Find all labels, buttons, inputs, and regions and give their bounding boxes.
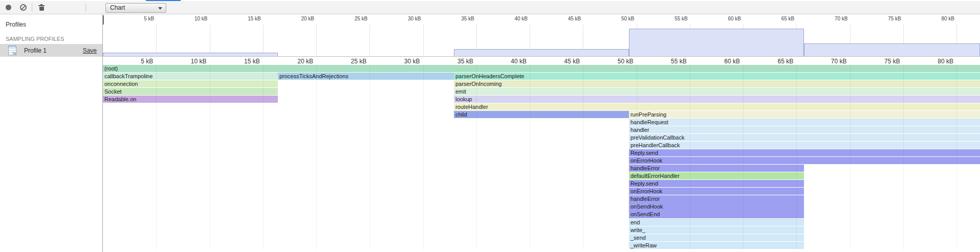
ruler-tick-label: 55 kB [641, 58, 687, 65]
ruler-tick-label: 35 kB [427, 58, 473, 65]
ruler-tick-label: 15 kB [214, 58, 260, 65]
overview-area-step [629, 29, 804, 56]
flame-frame[interactable]: defaultErrorHandler [629, 172, 804, 179]
flame-frame[interactable]: Socket [103, 88, 278, 95]
ruler-tick-label: 30 kB [374, 58, 420, 65]
gridline [369, 25, 370, 56]
overview-area-step [103, 53, 278, 56]
flame-frame[interactable]: handleRequest [629, 119, 980, 126]
flame-frame[interactable]: processTicksAndRejections [278, 73, 454, 80]
flame-frame[interactable]: child [454, 111, 629, 118]
ruler-tick-label: 20 kB [267, 58, 313, 65]
view-select-dropdown[interactable]: Chart [105, 3, 166, 13]
flame-frame[interactable]: parserOnIncoming [454, 80, 980, 87]
flame-frame[interactable]: routeHandler [454, 103, 980, 110]
ruler-tick-label: 10 kB [167, 16, 208, 21]
ruler-tick-label: 40 kB [487, 16, 528, 21]
sidebar-heading: Profiles [6, 21, 26, 28]
ruler-tick-label: 80 kB [907, 58, 953, 65]
ruler-tick-label: 10 kB [161, 58, 207, 65]
flame-frame[interactable]: Reply.send [629, 180, 804, 187]
flame-frame[interactable]: callbackTrampoline [103, 73, 278, 80]
view-select-value: Chart [110, 4, 125, 11]
flame-frame[interactable]: onSendEnd [629, 211, 804, 218]
gridline [423, 64, 424, 250]
flame-frame[interactable]: _send [629, 234, 804, 241]
ruler-tick-label: 25 kB [326, 16, 367, 21]
ruler-tick-label: 55 kB [647, 16, 688, 21]
ruler-tick-label: 60 kB [700, 16, 741, 21]
ruler-tick-label: 45 kB [540, 16, 581, 21]
overview-left-handle[interactable] [103, 15, 104, 25]
flame-frame[interactable]: onErrorHook [629, 157, 980, 164]
gridline [210, 25, 210, 56]
flame-frame[interactable]: onconnection [103, 80, 278, 87]
ruler-tick-label: 25 kB [320, 58, 366, 65]
ruler-tick-label: 30 kB [380, 16, 421, 21]
ruler-tick-label: 5 kB [107, 58, 153, 65]
ruler-tick-label: 60 kB [694, 58, 740, 65]
flame-frame[interactable]: handleError [629, 165, 804, 172]
flame-frame[interactable]: emit [454, 88, 980, 95]
gridline [156, 25, 157, 56]
gridline [316, 64, 317, 250]
profile-name: Profile 1 [24, 47, 47, 54]
ruler-tick-label: 75 kB [854, 58, 900, 65]
ruler-tick-label: 35 kB [433, 16, 474, 21]
flame-frame[interactable]: Readable.on [103, 96, 278, 103]
ruler-tick-label: 45 kB [534, 58, 580, 65]
delete-profile-button[interactable] [35, 1, 48, 14]
record-button[interactable] [2, 1, 15, 14]
flame-frame[interactable]: handler [629, 126, 980, 133]
flame-chart-pane: 5 kB5 kB10 kB10 kB15 kB15 kB20 kB20 kB25… [103, 14, 980, 252]
clear-profiles-button[interactable] [17, 1, 30, 14]
flame-frame[interactable]: end [629, 219, 804, 226]
ruler-tick-label: 20 kB [273, 16, 314, 21]
flame-frame[interactable]: handleError [629, 195, 804, 202]
ruler-tick-label: 80 kB [913, 16, 954, 21]
flame-frame[interactable]: _writeRaw [629, 242, 804, 249]
flame-frame[interactable]: preValidationCallback [629, 134, 980, 141]
overview-area-step [454, 49, 629, 56]
gridline [263, 25, 264, 56]
profiles-sidebar: Profiles SAMPLING PROFILES % Profile 1 S… [0, 14, 103, 252]
toolbar-separator [32, 4, 32, 12]
ruler-tick-label: 50 kB [587, 58, 634, 65]
flame-frame[interactable]: write_ [629, 226, 804, 234]
ruler-tick-label: 40 kB [481, 58, 527, 65]
toolbar-separator [85, 4, 86, 12]
flame-frame[interactable]: onSendHook [629, 203, 804, 210]
flame-frame[interactable]: runPreParsing [629, 111, 980, 118]
flame-frame[interactable]: preHandlerCallback [629, 142, 980, 149]
ruler-tick-label: 65 kB [747, 58, 793, 65]
flame-frame[interactable]: lookup [454, 96, 980, 103]
overview-area-step [804, 43, 980, 56]
ruler-tick-label: 70 kB [801, 58, 847, 65]
ruler-tick-label: 5 kB [113, 16, 154, 21]
flame-frame[interactable]: (root) [103, 65, 980, 72]
ruler-tick-label: 50 kB [594, 16, 635, 21]
flame-frame[interactable]: onErrorHook [629, 188, 804, 195]
sampling-profiles-section-label: SAMPLING PROFILES [6, 36, 64, 42]
flame-frame[interactable]: Reply.send [629, 149, 980, 156]
profiler-toolbar: Chart [0, 1, 980, 14]
record-icon [6, 5, 11, 10]
ruler-tick-label: 15 kB [220, 16, 261, 21]
ruler-tick-label: 65 kB [753, 16, 794, 21]
ruler-tick-label: 70 kB [807, 16, 848, 21]
trash-icon [38, 5, 45, 11]
chevron-down-icon [158, 7, 162, 10]
clear-icon [20, 4, 27, 11]
ruler-tick-label: 75 kB [860, 16, 901, 21]
gridline [316, 25, 317, 56]
gridline [369, 64, 370, 250]
save-profile-link[interactable]: Save [83, 47, 97, 54]
flame-frame[interactable]: parserOnHeadersComplete [454, 73, 980, 80]
gridline [423, 25, 424, 56]
sidebar-item-profile-1[interactable]: % Profile 1 Save [0, 44, 102, 57]
profile-document-icon: % [8, 45, 16, 55]
overview-divider [103, 56, 980, 57]
